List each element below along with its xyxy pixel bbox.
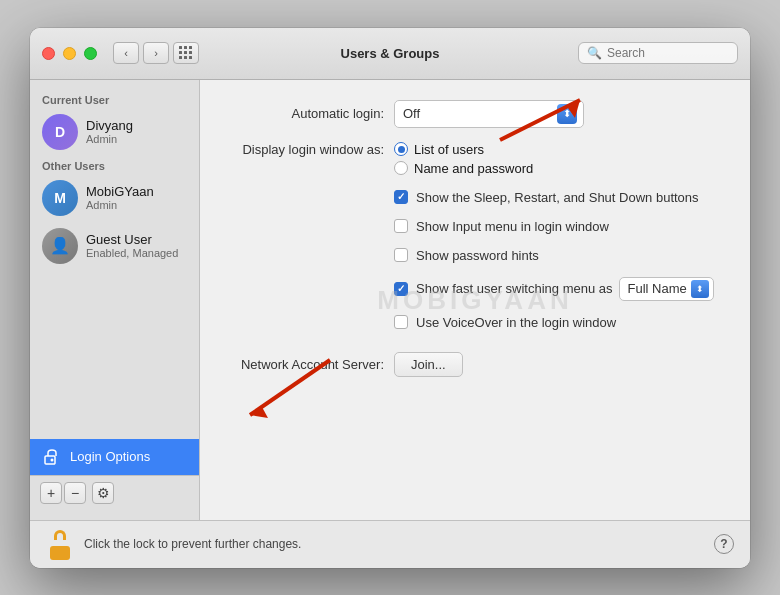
- grid-button[interactable]: [173, 42, 199, 64]
- checkbox-voiceover[interactable]: [394, 315, 408, 329]
- user-divyang[interactable]: D Divyang Admin: [30, 108, 199, 156]
- user-mobigyaan-name: MobiGYaan: [86, 184, 154, 199]
- avatar-guest: 👤: [42, 228, 78, 264]
- login-options-icon: [42, 447, 62, 467]
- fast-user-value: Full Name: [628, 281, 687, 296]
- lock-shackle: [54, 530, 66, 540]
- content-area: Current User D Divyang Admin Other Users…: [30, 80, 750, 520]
- avatar-divyang-inner: D: [42, 114, 78, 150]
- user-guest-name: Guest User: [86, 232, 178, 247]
- radio-dot: [398, 146, 405, 153]
- add-user-button[interactable]: +: [40, 482, 62, 504]
- radio-list-circle: [394, 142, 408, 156]
- window-title: Users & Groups: [341, 46, 440, 61]
- bottom-bar: Click the lock to prevent further change…: [30, 520, 750, 568]
- radio-name-circle: [394, 161, 408, 175]
- network-account-label: Network Account Server:: [224, 357, 384, 372]
- sidebar: Current User D Divyang Admin Other Users…: [30, 80, 200, 520]
- checkbox-input-label: Show Input menu in login window: [416, 219, 609, 234]
- checkbox-fast-row[interactable]: ✓ Show fast user switching menu as Full …: [224, 277, 726, 301]
- automatic-login-label: Automatic login:: [224, 106, 384, 121]
- checkbox-sleep-row[interactable]: ✓ Show the Sleep, Restart, and Shut Down…: [224, 190, 726, 205]
- user-mobigyaan-role: Admin: [86, 199, 154, 211]
- svg-point-1: [51, 458, 54, 461]
- maximize-button[interactable]: [84, 47, 97, 60]
- avatar-divyang: D: [42, 114, 78, 150]
- svg-marker-5: [250, 407, 268, 418]
- titlebar: ‹ › Users & Groups 🔍: [30, 28, 750, 80]
- checkbox-password-row[interactable]: Show password hints: [224, 248, 726, 263]
- avatar-mobigyaan: M: [42, 180, 78, 216]
- checkbox-input-row[interactable]: Show Input menu in login window: [224, 219, 726, 234]
- fast-user-arrow-icon: ⬍: [691, 280, 709, 298]
- user-guest-info: Guest User Enabled, Managed: [86, 232, 178, 259]
- lock-text: Click the lock to prevent further change…: [84, 537, 704, 551]
- other-users-label: Other Users: [30, 156, 199, 174]
- automatic-login-row: Automatic login: Off ⬍: [224, 100, 726, 128]
- automatic-login-select[interactable]: Off ⬍: [394, 100, 584, 128]
- forward-button[interactable]: ›: [143, 42, 169, 64]
- search-icon: 🔍: [587, 46, 602, 60]
- fast-user-select[interactable]: Full Name ⬍: [619, 277, 714, 301]
- lock-body: [50, 546, 70, 560]
- user-guest[interactable]: 👤 Guest User Enabled, Managed: [30, 222, 199, 270]
- main-panel: MOBIGYAAN Automatic login: Off ⬍ Display…: [200, 80, 750, 520]
- display-login-row: Display login window as: List of users N…: [224, 142, 726, 176]
- radio-name-password[interactable]: Name and password: [394, 161, 533, 176]
- fast-user-inline: Show fast user switching menu as Full Na…: [416, 277, 714, 301]
- help-button[interactable]: ?: [714, 534, 734, 554]
- automatic-login-value: Off: [403, 106, 557, 121]
- remove-user-button[interactable]: −: [64, 482, 86, 504]
- network-row: Network Account Server: Join...: [224, 352, 726, 377]
- checkbox-input[interactable]: [394, 219, 408, 233]
- checkbox-password[interactable]: [394, 248, 408, 262]
- user-divyang-name: Divyang: [86, 118, 133, 133]
- back-button[interactable]: ‹: [113, 42, 139, 64]
- checkbox-fast-label: Show fast user switching menu as: [416, 281, 613, 296]
- nav-buttons: ‹ ›: [113, 42, 169, 64]
- radio-list-label: List of users: [414, 142, 484, 157]
- current-user-label: Current User: [30, 90, 199, 108]
- checkbox-sleep[interactable]: ✓: [394, 190, 408, 204]
- user-divyang-role: Admin: [86, 133, 133, 145]
- avatar-mobigyaan-inner: M: [42, 180, 78, 216]
- login-options-label: Login Options: [70, 449, 150, 464]
- avatar-guest-inner: 👤: [42, 228, 78, 264]
- display-login-label: Display login window as:: [224, 142, 384, 157]
- user-mobigyaan-info: MobiGYaan Admin: [86, 184, 154, 211]
- settings-button[interactable]: ⚙: [92, 482, 114, 504]
- sidebar-actions: + − ⚙: [30, 475, 199, 510]
- checkbox-fast[interactable]: ✓: [394, 282, 408, 296]
- checkbox-voiceover-label: Use VoiceOver in the login window: [416, 315, 616, 330]
- radio-list-of-users[interactable]: List of users: [394, 142, 533, 157]
- minimize-button[interactable]: [63, 47, 76, 60]
- search-input[interactable]: [607, 46, 729, 60]
- search-bar[interactable]: 🔍: [578, 42, 738, 64]
- radio-group: List of users Name and password: [394, 142, 533, 176]
- join-button[interactable]: Join...: [394, 352, 463, 377]
- checkmark-fast: ✓: [397, 284, 405, 294]
- main-window: ‹ › Users & Groups 🔍 Current User D: [30, 28, 750, 568]
- radio-name-label: Name and password: [414, 161, 533, 176]
- checkbox-password-label: Show password hints: [416, 248, 539, 263]
- checkbox-voiceover-row[interactable]: Use VoiceOver in the login window: [224, 315, 726, 330]
- user-guest-role: Enabled, Managed: [86, 247, 178, 259]
- checkmark-sleep: ✓: [397, 192, 405, 202]
- login-options-item[interactable]: Login Options: [30, 439, 199, 475]
- grid-icon: [179, 46, 193, 60]
- traffic-lights: [42, 47, 97, 60]
- user-divyang-info: Divyang Admin: [86, 118, 133, 145]
- close-button[interactable]: [42, 47, 55, 60]
- checkbox-sleep-label: Show the Sleep, Restart, and Shut Down b…: [416, 190, 699, 205]
- user-mobigyaan[interactable]: M MobiGYaan Admin: [30, 174, 199, 222]
- select-arrow-icon: ⬍: [557, 104, 577, 124]
- lock-icon[interactable]: [46, 528, 74, 560]
